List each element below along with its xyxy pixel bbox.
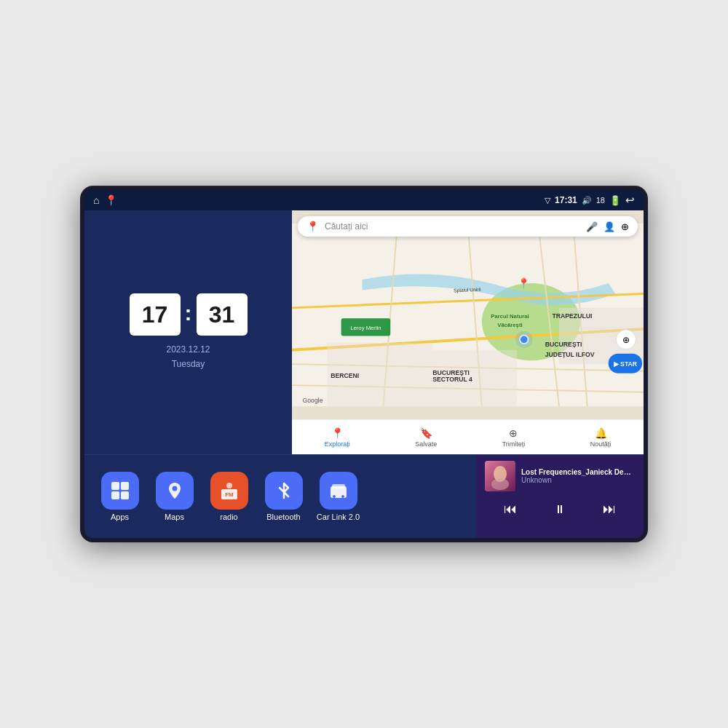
carlink-app-icon <box>320 472 357 510</box>
svg-point-42 <box>333 495 336 498</box>
volume-level: 18 <box>596 196 605 205</box>
status-right: ▽ 17:31 🔊 18 🔋 ↩ <box>545 194 635 207</box>
svg-point-39 <box>226 483 232 488</box>
explore-icon: 📍 <box>331 427 344 439</box>
layers-icon[interactable]: ⊕ <box>621 221 629 232</box>
mic-icon[interactable]: 🎤 <box>586 221 598 232</box>
bottom-section: Apps Maps <box>84 454 644 538</box>
svg-rect-32 <box>111 482 119 490</box>
saved-icon: 🔖 <box>420 427 432 439</box>
svg-text:BUCUREȘTI: BUCUREȘTI <box>545 341 582 348</box>
svg-text:▶ STAR: ▶ STAR <box>614 360 638 368</box>
svg-text:Google: Google <box>302 397 323 404</box>
radio-app-icon: FM <box>210 472 248 510</box>
clock-widget: 17 : 31 2023.12.12 Tuesday <box>84 210 292 454</box>
album-art <box>485 461 515 491</box>
map-search-bar[interactable]: 📍 Căutați aici 🎤 👤 ⊕ <box>298 216 638 237</box>
main-content: 17 : 31 2023.12.12 Tuesday 📍 Căutați aic… <box>84 210 644 538</box>
music-player: Lost Frequencies_Janieck Devy-... Unknow… <box>476 455 644 538</box>
app-item-bluetooth[interactable]: Bluetooth <box>260 472 307 521</box>
news-icon: 🔔 <box>595 427 607 439</box>
svg-text:TRAPEZULUI: TRAPEZULUI <box>552 312 592 320</box>
svg-text:⊕: ⊕ <box>622 336 630 344</box>
play-pause-button[interactable]: ⏸ <box>548 500 571 519</box>
music-controls: ⏮ ⏸ ⏭ <box>485 499 635 520</box>
share-icon: ⊕ <box>509 427 518 439</box>
music-title: Lost Frequencies_Janieck Devy-... <box>521 468 635 476</box>
svg-rect-35 <box>121 491 129 499</box>
map-widget[interactable]: 📍 Căutați aici 🎤 👤 ⊕ <box>292 210 644 454</box>
apps-app-icon <box>101 472 139 510</box>
carlink-label: Car Link 2.0 <box>317 513 360 521</box>
map-nav-explore[interactable]: 📍 Explorați <box>325 427 350 448</box>
svg-text:📍: 📍 <box>518 277 530 290</box>
svg-rect-41 <box>332 484 345 488</box>
map-bottom-nav: 📍 Explorați 🔖 Salvate ⊕ Trimiteți 🔔 <box>292 419 644 454</box>
map-search-text[interactable]: Căutați aici <box>325 221 580 232</box>
map-nav-news[interactable]: 🔔 Noutăți <box>590 427 612 448</box>
back-icon[interactable]: ↩ <box>625 194 635 207</box>
svg-point-46 <box>491 478 509 490</box>
battery-icon: 🔋 <box>609 195 621 206</box>
svg-rect-34 <box>111 491 119 499</box>
maps-label: Maps <box>165 513 184 521</box>
app-item-radio[interactable]: FM radio <box>205 472 253 521</box>
music-info: Lost Frequencies_Janieck Devy-... Unknow… <box>485 461 635 491</box>
map-pin-icon: 📍 <box>306 221 319 232</box>
map-nav-saved[interactable]: 🔖 Salvate <box>415 427 437 448</box>
screen: ⌂ 📍 ▽ 17:31 🔊 18 🔋 ↩ 17 : <box>84 190 644 538</box>
app-item-carlink[interactable]: Car Link 2.0 <box>314 472 362 521</box>
svg-text:BERCENI: BERCENI <box>331 372 359 379</box>
svg-point-25 <box>515 331 532 348</box>
clock-display: 17 : 31 <box>130 293 248 336</box>
account-icon[interactable]: 👤 <box>604 221 615 232</box>
svg-text:SECTORUL 4: SECTORUL 4 <box>432 376 472 383</box>
apps-label: Apps <box>111 513 129 521</box>
app-item-maps[interactable]: Maps <box>151 472 198 521</box>
home-icon[interactable]: ⌂ <box>93 194 99 206</box>
status-left: ⌂ 📍 <box>93 194 117 206</box>
music-artist: Unknown <box>521 476 635 484</box>
map-canvas: TRAPEZULUI BUCUREȘTI JUDEȚUL ILFOV BERCE… <box>292 210 644 419</box>
device-shell: ⌂ 📍 ▽ 17:31 🔊 18 🔋 ↩ 17 : <box>80 186 648 542</box>
clock-separator: : <box>185 301 192 325</box>
bluetooth-label: Bluetooth <box>266 513 300 521</box>
volume-icon: 🔊 <box>582 196 592 205</box>
svg-point-36 <box>172 486 177 491</box>
gps-icon: ▽ <box>545 196 550 205</box>
music-text: Lost Frequencies_Janieck Devy-... Unknow… <box>521 468 635 484</box>
svg-rect-33 <box>121 482 129 490</box>
svg-text:JUDEȚUL ILFOV: JUDEȚUL ILFOV <box>545 351 595 358</box>
svg-text:Leroy Merlin: Leroy Merlin <box>350 325 381 331</box>
svg-text:Văcărești: Văcărești <box>497 322 522 328</box>
svg-text:BUCUREȘTI: BUCUREȘTI <box>432 369 470 376</box>
map-nav-share[interactable]: ⊕ Trimiteți <box>502 427 526 448</box>
bluetooth-app-icon <box>265 472 303 510</box>
svg-point-43 <box>341 495 344 498</box>
clock-hour: 17 <box>130 293 181 336</box>
top-section: 17 : 31 2023.12.12 Tuesday 📍 Căutați aic… <box>84 210 644 454</box>
clock-minute: 31 <box>197 293 248 336</box>
prev-button[interactable]: ⏮ <box>498 499 523 520</box>
app-item-apps[interactable]: Apps <box>96 472 143 521</box>
maps-app-icon <box>156 472 194 510</box>
next-button[interactable]: ⏭ <box>597 499 622 520</box>
time-display: 17:31 <box>555 195 577 205</box>
svg-text:Parcul Natural: Parcul Natural <box>491 313 529 320</box>
svg-text:FM: FM <box>225 491 234 498</box>
status-bar: ⌂ 📍 ▽ 17:31 🔊 18 🔋 ↩ <box>84 190 644 210</box>
clock-date: 2023.12.12 Tuesday <box>166 343 210 371</box>
apps-row: Apps Maps <box>84 455 476 538</box>
radio-label: radio <box>220 513 237 521</box>
maps-pin-icon[interactable]: 📍 <box>105 194 117 206</box>
